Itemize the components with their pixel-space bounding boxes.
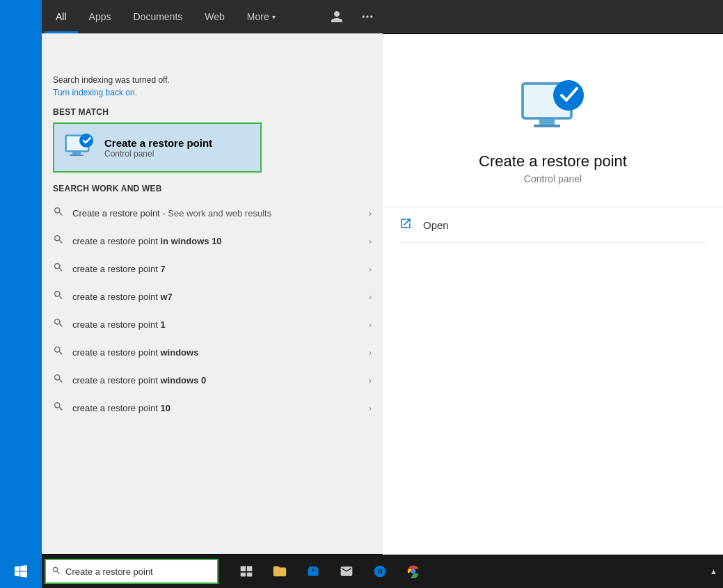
svg-point-17 — [411, 569, 416, 574]
right-panel-actions: Open — [383, 207, 723, 243]
svg-rect-7 — [79, 134, 93, 148]
chevron-right-icon: › — [369, 292, 372, 302]
chevron-right-icon: › — [369, 403, 372, 413]
account-icon[interactable] — [324, 4, 349, 29]
svg-point-12 — [553, 80, 584, 111]
search-icon — [53, 401, 64, 415]
list-item[interactable]: create a restore point windows › — [53, 338, 372, 366]
tabs-right-icons — [324, 4, 380, 29]
chevron-right-icon: › — [369, 347, 372, 358]
chevron-right-icon: › — [369, 319, 372, 330]
search-item-text: create a restore point windows — [72, 347, 369, 358]
desktop-left-strip — [0, 0, 42, 555]
list-item[interactable]: create a restore point 7 › — [53, 255, 372, 283]
windows-logo — [15, 565, 27, 578]
search-icon — [53, 206, 64, 220]
taskbar-right: ▲ — [710, 567, 723, 575]
open-action[interactable]: Open — [399, 207, 706, 243]
best-match-info: Create a restore point Control panel — [104, 137, 212, 159]
list-item[interactable]: create a restore point 10 › — [53, 394, 372, 422]
tab-apps[interactable]: Apps — [78, 0, 122, 33]
search-icon — [53, 345, 64, 359]
task-view-icon[interactable] — [232, 557, 260, 585]
list-item[interactable]: create a restore point windows 0 › — [53, 366, 372, 394]
edge-icon[interactable] — [366, 557, 394, 585]
search-icon — [53, 289, 64, 303]
search-icon — [53, 373, 64, 387]
best-match-subtitle: Control panel — [104, 149, 212, 159]
list-item[interactable]: Create a restore point - See work and we… — [53, 199, 372, 227]
list-item[interactable]: create a restore point in windows 10 › — [53, 227, 372, 255]
chevron-right-icon: › — [369, 264, 372, 274]
store-icon[interactable] — [299, 557, 327, 585]
taskbar-search-icon — [51, 566, 61, 578]
svg-rect-5 — [72, 152, 81, 154]
svg-rect-14 — [247, 566, 253, 572]
svg-rect-10 — [539, 119, 555, 125]
web-section-label: Search work and web — [53, 184, 372, 193]
right-panel: Create a restore point Control panel Ope… — [383, 34, 723, 555]
svg-rect-13 — [241, 566, 246, 572]
chevron-right-icon: › — [369, 375, 372, 386]
taskbar-icons — [232, 557, 427, 585]
svg-point-0 — [363, 15, 365, 17]
best-match-title: Create a restore point — [104, 137, 212, 149]
search-item-text: create a restore point 1 — [72, 319, 369, 330]
tab-all[interactable]: All — [45, 0, 78, 33]
system-tray[interactable]: ▲ — [710, 567, 717, 575]
svg-rect-15 — [241, 573, 246, 577]
tab-documents[interactable]: Documents — [122, 0, 193, 33]
list-item[interactable]: create a restore point 1 › — [53, 310, 372, 338]
search-item-text: create a restore point 7 — [72, 264, 369, 274]
svg-point-2 — [370, 15, 372, 17]
restore-point-icon — [63, 131, 96, 164]
tab-more[interactable]: More ▾ — [236, 0, 287, 33]
svg-rect-16 — [247, 573, 253, 577]
open-icon — [399, 217, 412, 232]
chevron-right-icon: › — [369, 236, 372, 246]
indexing-notice: Search indexing was turned off. — [53, 75, 372, 85]
chevron-right-icon: › — [369, 208, 372, 218]
search-icon — [53, 262, 64, 276]
taskbar-search-box[interactable]: Create a restore point — [45, 559, 219, 584]
best-match-label: Best match — [53, 107, 372, 117]
search-item-text: create a restore point w7 — [72, 292, 369, 302]
svg-rect-6 — [70, 154, 84, 156]
mail-icon[interactable] — [333, 557, 360, 585]
file-explorer-icon[interactable] — [266, 557, 294, 585]
search-tabs: All Apps Documents Web More ▾ — [42, 0, 383, 33]
search-content: Search indexing was turned off. Turn ind… — [42, 67, 383, 554]
search-icon — [53, 234, 64, 248]
svg-rect-11 — [534, 125, 560, 127]
top-bar-right — [383, 0, 723, 33]
tab-web[interactable]: Web — [193, 0, 236, 33]
chrome-icon[interactable] — [399, 557, 427, 585]
search-item-text: create a restore point windows 0 — [72, 375, 369, 386]
more-chevron-icon: ▾ — [272, 13, 276, 21]
list-item[interactable]: create a restore point w7 › — [53, 283, 372, 310]
taskbar-search-text: Create a restore point — [65, 566, 153, 577]
right-panel-subtitle: Control panel — [524, 173, 582, 184]
start-button[interactable] — [0, 555, 42, 588]
search-icon — [53, 317, 64, 331]
right-panel-icon — [518, 76, 588, 141]
indexing-link[interactable]: Turn indexing back on. — [53, 88, 372, 97]
svg-point-1 — [366, 15, 368, 17]
best-match-item[interactable]: Create a restore point Control panel — [53, 122, 262, 173]
search-panel: Search indexing was turned off. Turn ind… — [42, 33, 383, 554]
search-item-text: create a restore point in windows 10 — [72, 236, 369, 246]
open-label: Open — [423, 219, 449, 231]
taskbar: Create a restore point — [0, 555, 723, 588]
search-item-text: Create a restore point - See work and we… — [72, 208, 369, 218]
right-panel-title: Create a restore point — [479, 152, 627, 170]
search-item-text: create a restore point 10 — [72, 403, 369, 413]
more-options-icon[interactable] — [355, 4, 380, 29]
